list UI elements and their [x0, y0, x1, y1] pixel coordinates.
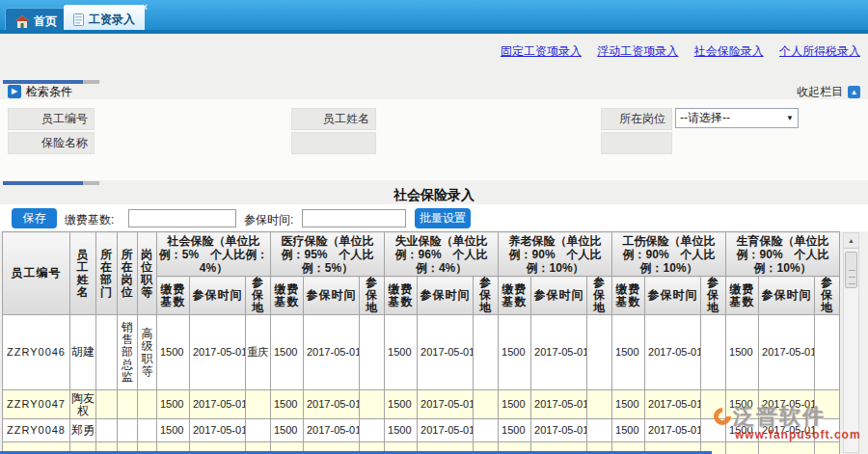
cell-dept[interactable] [96, 390, 118, 419]
cell-payment-base[interactable]: 1500 [612, 315, 645, 390]
sub-header-0: 缴费基数 [385, 277, 418, 315]
cell-insured-time[interactable]: 2017-05-01 [759, 315, 815, 390]
cell-payment-base[interactable]: 1500 [157, 390, 190, 419]
cell-payment-base[interactable]: 1500 [612, 419, 645, 442]
col-header-0: 员工编号 [3, 232, 70, 315]
dropdown-arrow-icon: ▼ [786, 109, 794, 128]
cell-payment-base[interactable]: 1500 [271, 419, 304, 442]
cell-payment-base[interactable]: 1500 [499, 419, 531, 442]
cell-payment-base[interactable]: 1500 [157, 315, 190, 390]
collapse-icon[interactable]: ▴ [848, 86, 860, 98]
cell-grade[interactable] [138, 390, 157, 419]
insured-time-input[interactable] [302, 209, 406, 227]
cell-position[interactable]: 销售部总监 [118, 315, 138, 390]
tab-bar: 首页 工资录入 × [0, 0, 868, 34]
cell-dept[interactable] [96, 419, 118, 442]
cell-payment-base[interactable]: 1500 [726, 315, 759, 390]
cell-insured-time[interactable]: 2017-05-01 [304, 419, 360, 442]
group-header-1: 医疗保险（单位比例：95% 个人比例：5%） [271, 232, 385, 277]
cell-payment-base[interactable]: 1500 [499, 390, 531, 419]
position-select[interactable]: --请选择-- ▼ [675, 108, 799, 128]
cell-payment-base[interactable]: 1500 [271, 390, 304, 419]
position-label: 所在岗位 [601, 108, 672, 130]
cell-payment-base[interactable]: 1500 [499, 315, 531, 390]
sub-header-2: 参保地 [701, 277, 726, 315]
collapse-label: 收起栏目 [797, 84, 843, 100]
cell-payment-base[interactable]: 1500 [385, 315, 418, 390]
search-criteria-header: ▶ 检索条件 [8, 84, 72, 99]
cell-insured-place[interactable] [474, 315, 499, 390]
tab-home-label: 首页 [34, 13, 57, 30]
cell-employee-name[interactable]: 郑勇 [70, 419, 96, 442]
cell-insured-place[interactable] [360, 315, 385, 390]
cell-dept[interactable] [96, 315, 118, 390]
cell-insured-time[interactable]: 2017-05-01 [304, 315, 360, 390]
cell-payment-base[interactable]: 1500 [726, 442, 759, 454]
link-income-tax-entry[interactable]: 个人所得税录入 [779, 44, 860, 58]
cell-insured-place[interactable] [246, 390, 271, 419]
cell-insured-time[interactable]: 2017-05-01 [531, 390, 587, 419]
cell-insured-place[interactable] [360, 390, 385, 419]
cell-employee-no[interactable]: ZZRY0048 [3, 419, 70, 442]
cell-payment-base[interactable]: 1500 [157, 419, 190, 442]
cell-insured-time[interactable]: 2017-05-01 [531, 419, 587, 442]
cell-insured-time[interactable]: 2017-05-01 [645, 419, 701, 442]
cell-insured-time[interactable]: 2017-05-01 [531, 315, 587, 390]
collapse-section[interactable]: 收起栏目 ▴ [797, 84, 860, 100]
cell-insured-place[interactable]: 重庆 [246, 315, 271, 390]
cell-employee-name[interactable]: 陶友权 [70, 390, 96, 419]
cell-insured-time[interactable]: 2017-05-01 [418, 390, 474, 419]
scroll-thumb[interactable] [845, 252, 857, 288]
cell-insured-place[interactable] [587, 390, 612, 419]
link-fixed-salary-entry[interactable]: 固定工资项录入 [501, 44, 582, 58]
scroll-up-button[interactable]: ▲ [844, 233, 858, 249]
employee-no-input[interactable] [96, 108, 285, 129]
cell-insured-place[interactable] [815, 442, 840, 454]
cell-payment-base[interactable]: 1500 [385, 419, 418, 442]
cell-insured-time[interactable]: 2017-05-01 [759, 442, 815, 454]
expand-arrow-icon[interactable]: ▶ [8, 85, 21, 98]
cell-insured-place[interactable] [246, 419, 271, 442]
watermark: 泛普软件 www.fanpusoft.com [714, 402, 866, 441]
cell-insured-time[interactable]: 2017-05-01 [190, 419, 246, 442]
batch-settings-button[interactable]: 批量设置 [415, 208, 471, 228]
cell-insured-place[interactable] [360, 419, 385, 442]
cell-insured-time[interactable]: 2017-05-01 [190, 315, 246, 390]
link-floating-salary-entry[interactable]: 浮动工资项录入 [597, 44, 678, 58]
cell-employee-no[interactable]: ZZRY0046 [3, 315, 70, 390]
cell-insured-time[interactable]: 2017-05-01 [418, 419, 474, 442]
watermark-url: www.fanpusoft.com [714, 428, 866, 441]
cell-employee-no[interactable]: ZZRY0047 [3, 390, 70, 419]
cell-grade[interactable] [138, 419, 157, 442]
cell-payment-base[interactable]: 1500 [385, 390, 418, 419]
link-social-insurance-entry[interactable]: 社会保险录入 [694, 44, 764, 58]
cell-insured-time[interactable]: 2017-05-01 [645, 390, 701, 419]
cell-insured-time[interactable]: 2017-05-01 [645, 315, 701, 390]
cell-payment-base[interactable]: 1500 [271, 315, 304, 390]
insurance-name-input[interactable] [96, 132, 285, 153]
tab-close-icon[interactable]: × [142, 3, 148, 13]
cell-position[interactable] [118, 419, 138, 442]
cell-grade[interactable]: 高级职等 [138, 315, 157, 390]
cell-insured-time[interactable]: 2017-05-01 [190, 390, 246, 419]
cell-insured-place[interactable] [701, 315, 726, 390]
sub-header-0: 缴费基数 [726, 277, 759, 315]
sub-header-0: 缴费基数 [271, 277, 304, 315]
save-button[interactable]: 保存 [12, 208, 57, 228]
cell-insured-place[interactable] [815, 315, 840, 390]
cell-insured-place[interactable] [474, 390, 499, 419]
sub-header-2: 参保地 [246, 277, 271, 315]
cell-insured-time[interactable]: 2017-05-01 [304, 390, 360, 419]
employee-name-input[interactable] [378, 108, 595, 129]
cell-employee-name[interactable]: 胡建 [70, 315, 96, 390]
cell-insured-place[interactable] [474, 419, 499, 442]
cell-position[interactable] [118, 390, 138, 419]
cell-insured-time[interactable]: 2017-05-01 [418, 315, 474, 390]
payment-base-input[interactable] [128, 209, 236, 227]
sub-header-1: 参保时间 [190, 277, 246, 315]
cell-insured-place[interactable] [587, 315, 612, 390]
cell-insured-place[interactable] [587, 419, 612, 442]
entry-toolbar: 保存 缴费基数: 参保时间: 批量设置 [0, 204, 868, 231]
sub-header-1: 参保时间 [418, 277, 474, 315]
cell-payment-base[interactable]: 1500 [612, 390, 645, 419]
